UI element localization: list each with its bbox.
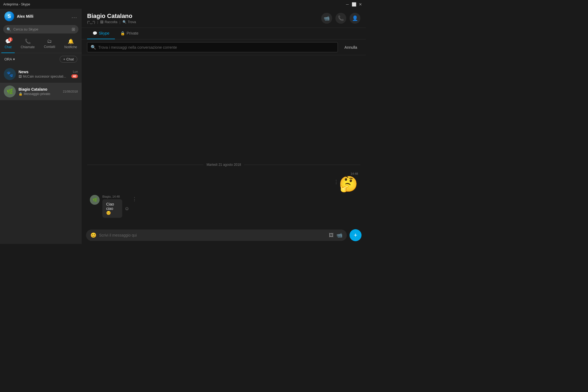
list-item[interactable]: 🐾 News 🖼 McCain successor speculati... L… [0,65,82,83]
voice-call-button[interactable]: 📞 [335,13,346,24]
preview-text: McCain successor speculati... [23,75,66,78]
search-bar: 🔍 ⊞ [3,25,78,33]
raccolta-link[interactable]: 🖼 Raccolta [100,20,117,24]
chiamate-nav-icon: 📞 [25,38,31,44]
chat-list-header: ORA ▾ + Chat [0,53,82,65]
chat-name: News [19,70,69,74]
titlebar-controls: ─ ⬜ ✕ [345,2,363,7]
preview-icon: 🖼 [19,75,22,78]
new-chat-label: + Chat [63,57,74,61]
contatti-nav-icon: 🗂 [47,38,52,44]
date-divider: Martedì 21 agosto 2018 [87,163,360,167]
nav-tab-chiamate-label: Chiamate [21,45,35,49]
sidebar-user[interactable]: Alex Milli [4,11,33,21]
find-search-icon: 🔍 [91,45,96,50]
emoji-reaction-button[interactable]: ☺ [124,206,129,212]
notifiche-nav-icon: 🔔 [68,38,74,44]
chat-info: News 🖼 McCain successor speculati... [19,70,69,78]
find-bar: 🔍 Annulla [82,39,366,55]
message-options-button[interactable]: ⋮ [333,178,340,186]
separator: | [97,20,98,24]
list-item[interactable]: 🌿 Biagio Catalano 🔒 Messaggio privato 21… [0,83,82,100]
nav-tabs: 💬 Chat 1 📞 Chiamate 🗂 Contatti 🔔 Notific… [0,36,82,53]
nav-tab-notifiche-label: Notifiche [64,45,77,49]
gallery-attach-button[interactable]: 🖼 [329,232,334,238]
preview-text: Messaggio privato [24,92,50,96]
chat-preview: 🔒 Messaggio privato [19,92,60,96]
unread-badge: 40 [71,74,78,78]
chat-name: Biagio Catalano [19,87,60,91]
trova-link[interactable]: 🔍 Trova [122,20,136,24]
date-label: Martedì 21 agosto 2018 [207,163,241,167]
video-attach-button[interactable]: 📹 [336,232,342,238]
sidebar: Alex Milli ... 🔍 ⊞ 💬 Chat 1 📞 Chiamate 🗂 [0,9,82,244]
chat-time: 21/08/2018 [63,90,78,93]
nav-tab-contatti[interactable]: 🗂 Contatti [41,37,58,51]
chat-nav-badge: 1 [8,37,13,42]
user-name-label: Alex Milli [17,14,33,19]
avatar: 🌿 [4,85,16,97]
close-button[interactable]: ✕ [358,2,363,7]
message-content: 14:48 🤔 [341,172,358,192]
find-cancel-button[interactable]: Annulla [341,44,360,51]
table-row: ⋮ 14:48 🤔 [87,172,360,192]
table-row: 🌿 Biagio, 14:48 Ciao ciao 😊 ☺ ⋮ [87,195,360,218]
chat-contact-name: Biagio Catalano [87,13,136,20]
chat-filter-button[interactable]: ORA ▾ [4,57,15,61]
send-button[interactable]: + [350,229,362,241]
titlebar-title: Anteprima - Skype [3,2,30,6]
message-options-button[interactable]: ⋮ [131,195,138,203]
nav-tab-chiamate[interactable]: 📞 Chiamate [17,37,38,51]
chat-tabs: 💬 Skype 🔒 Private [82,28,366,39]
minimize-button[interactable]: ─ [345,2,350,7]
message-input-bar: 😊 🖼 📹 + [82,226,366,244]
filter-label: ORA [4,57,12,61]
find-input[interactable] [98,45,334,50]
message-input[interactable] [99,233,326,237]
search-input[interactable] [13,27,69,31]
chat-main: Biagio Catalano (^‿^) | 🖼 Raccolta | 🔍 T… [82,9,366,244]
avatar: 🌿 [90,195,100,205]
find-input-wrap: 🔍 [87,42,338,52]
skype-tab-icon: 💬 [93,31,97,35]
gallery-icon: 🖼 [100,20,103,24]
search-icon: 🔍 [7,27,11,32]
chat-meta: 21/08/2018 [63,90,78,93]
lock-icon: 🔒 [19,92,23,96]
search-icon: 🔍 [122,20,127,24]
skype-tab-label: Skype [99,31,109,35]
emoji-button[interactable]: 😊 [90,232,96,238]
input-wrap: 😊 🖼 📹 [86,229,347,241]
nav-tab-notifiche[interactable]: 🔔 Notifiche [61,37,80,51]
private-tab-label: Private [127,31,139,35]
message-content: Biagio, 14:48 Ciao ciao 😊 ☺ [102,195,129,218]
avatar: 🐾 [4,68,16,80]
lock-tab-icon: 🔒 [120,31,125,35]
maximize-button[interactable]: ⬜ [352,2,356,7]
message-time: 14:48 [351,172,358,175]
trova-label: Trova [128,20,136,24]
message-bubble: Ciao ciao 😊 [102,199,122,218]
chat-time: Lun [73,70,78,73]
more-options-button[interactable]: ... [72,14,77,19]
add-person-button[interactable]: 👤 [350,13,360,24]
nav-tab-chat[interactable]: 💬 Chat 1 [1,37,15,51]
new-chat-button[interactable]: + Chat [60,56,77,63]
chat-header: Biagio Catalano (^‿^) | 🖼 Raccolta | 🔍 T… [82,9,366,28]
chat-list: 🐾 News 🖼 McCain successor speculati... L… [0,65,82,100]
emoji-message: 🤔 [339,176,358,192]
message-text: Ciao ciao 😊 [106,202,118,215]
titlebar: Anteprima - Skype ─ ⬜ ✕ [0,0,366,9]
tab-skype[interactable]: 💬 Skype [87,28,115,39]
sidebar-header: Alex Milli ... [0,9,82,24]
chevron-down-icon: ▾ [13,57,15,61]
grid-icon[interactable]: ⊞ [72,27,75,32]
message-sender-meta: Biagio, 14:48 [102,195,129,198]
messages-area: Martedì 21 agosto 2018 ⋮ 14:48 🤔 🌿 Biagi [82,55,366,226]
tab-private[interactable]: 🔒 Private [115,28,144,39]
raccolta-label: Raccolta [105,20,117,24]
separator: | [120,20,120,24]
app-container: Alex Milli ... 🔍 ⊞ 💬 Chat 1 📞 Chiamate 🗂 [0,9,366,244]
video-call-button[interactable]: 📹 [321,13,332,24]
nav-tab-contatti-label: Contatti [44,45,55,49]
